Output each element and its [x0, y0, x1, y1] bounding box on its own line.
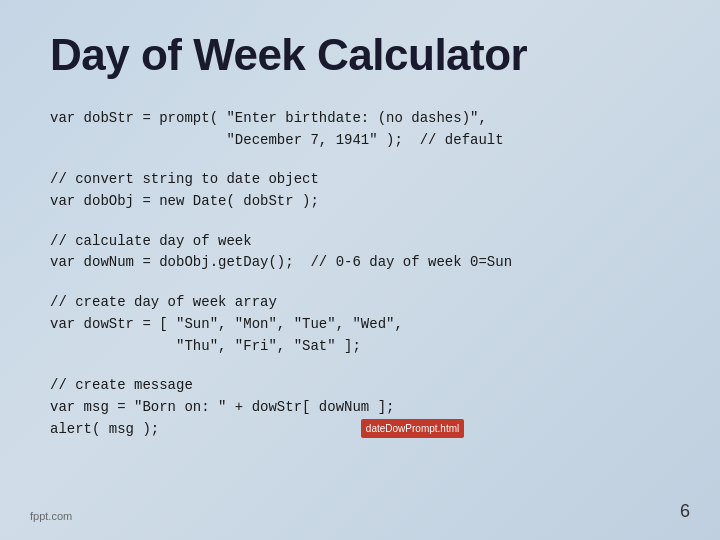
- code-line: // calculate day of week: [50, 231, 670, 253]
- code-line: // create day of week array: [50, 292, 670, 314]
- code-section-2: // convert string to date object var dob…: [50, 169, 670, 212]
- watermark: fppt.com: [30, 510, 72, 522]
- code-line: var dobStr = prompt( "Enter birthdate: (…: [50, 108, 670, 130]
- code-line: // convert string to date object: [50, 169, 670, 191]
- code-line: "Thu", "Fri", "Sat" ];: [50, 336, 670, 358]
- code-line-with-badge: alert( msg ); dateDowPrompt.html: [50, 419, 670, 441]
- code-line: // create message: [50, 375, 670, 397]
- code-line: var dowStr = [ "Sun", "Mon", "Tue", "Wed…: [50, 314, 670, 336]
- slide-title: Day of Week Calculator: [50, 30, 670, 80]
- code-line: var msg = "Born on: " + dowStr[ dowNum ]…: [50, 397, 670, 419]
- code-line: var dowNum = dobObj.getDay(); // 0-6 day…: [50, 252, 670, 274]
- file-badge: dateDowPrompt.html: [361, 419, 464, 439]
- code-section-4: // create day of week array var dowStr =…: [50, 292, 670, 357]
- code-line: "December 7, 1941" ); // default: [50, 130, 670, 152]
- slide-number: 6: [680, 501, 690, 522]
- slide: Day of Week Calculator var dobStr = prom…: [0, 0, 720, 540]
- code-block: var dobStr = prompt( "Enter birthdate: (…: [50, 108, 670, 510]
- code-section-3: // calculate day of week var dowNum = do…: [50, 231, 670, 274]
- code-line: var dobObj = new Date( dobStr );: [50, 191, 670, 213]
- code-section-5: // create message var msg = "Born on: " …: [50, 375, 670, 440]
- code-section-1: var dobStr = prompt( "Enter birthdate: (…: [50, 108, 670, 151]
